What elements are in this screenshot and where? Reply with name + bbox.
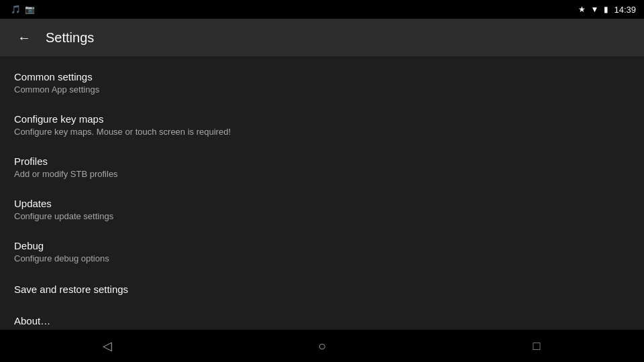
back-arrow-icon: ← bbox=[17, 30, 31, 46]
notification-icon-1: 🎵 bbox=[11, 5, 21, 14]
settings-item-common-settings[interactable]: Common settings Common App settings bbox=[0, 62, 644, 104]
settings-item-title-common-settings: Common settings bbox=[14, 71, 630, 82]
settings-item-subtitle-configure-key-maps: Configure key maps. Mouse or touch scree… bbox=[14, 127, 630, 137]
settings-item-subtitle-updates: Configure update settings bbox=[14, 211, 630, 221]
settings-item-subtitle-profiles: Add or modify STB profiles bbox=[14, 169, 630, 179]
nav-recents-icon: □ bbox=[533, 339, 541, 353]
status-time: 14:39 bbox=[614, 5, 636, 15]
nav-home-icon: ○ bbox=[318, 339, 326, 354]
page-title: Settings bbox=[46, 30, 94, 46]
back-button[interactable]: ← bbox=[11, 24, 38, 51]
settings-item-about[interactable]: About… About App bbox=[0, 306, 644, 330]
navigation-bar: ◁ ○ □ bbox=[0, 330, 644, 362]
nav-back-button[interactable]: ◁ bbox=[87, 333, 127, 359]
wifi-icon: ▼ bbox=[591, 5, 599, 14]
settings-item-profiles[interactable]: Profiles Add or modify STB profiles bbox=[0, 146, 644, 188]
settings-item-configure-key-maps[interactable]: Configure key maps Configure key maps. M… bbox=[0, 104, 644, 146]
settings-item-title-debug: Debug bbox=[14, 240, 630, 251]
bluetooth-icon: ★ bbox=[578, 5, 586, 14]
status-bar-right: ★ ▼ ▮ 14:39 bbox=[578, 5, 636, 15]
status-bar: 🎵 📷 ★ ▼ ▮ 14:39 bbox=[0, 0, 644, 19]
notification-icon-2: 📷 bbox=[25, 5, 35, 14]
status-bar-left: 🎵 📷 bbox=[11, 5, 35, 14]
nav-back-icon: ◁ bbox=[103, 339, 112, 353]
toolbar: ← Settings bbox=[0, 19, 644, 56]
nav-home-button[interactable]: ○ bbox=[302, 333, 342, 359]
settings-item-title-profiles: Profiles bbox=[14, 156, 630, 167]
settings-item-title-configure-key-maps: Configure key maps bbox=[14, 113, 630, 125]
nav-recents-button[interactable]: □ bbox=[517, 333, 557, 359]
settings-item-debug[interactable]: Debug Configure debug options bbox=[0, 231, 644, 273]
settings-content: Common settings Common App settings Conf… bbox=[0, 56, 644, 330]
settings-item-updates[interactable]: Updates Configure update settings bbox=[0, 188, 644, 231]
battery-icon: ▮ bbox=[604, 5, 608, 14]
settings-item-title-updates: Updates bbox=[14, 198, 630, 209]
settings-item-save-restore[interactable]: Save and restore settings bbox=[0, 273, 644, 306]
settings-item-subtitle-debug: Configure debug options bbox=[14, 253, 630, 263]
settings-item-subtitle-common-settings: Common App settings bbox=[14, 84, 630, 95]
settings-item-title-about: About… bbox=[14, 315, 630, 326]
settings-item-title-save-restore: Save and restore settings bbox=[14, 284, 630, 295]
